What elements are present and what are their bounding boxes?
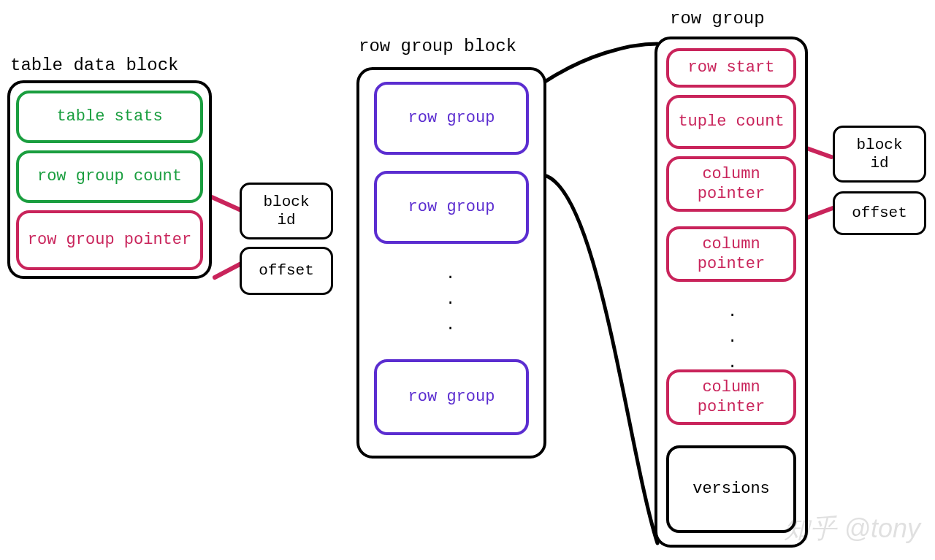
cell-versions: versions (666, 445, 796, 533)
cell-column-pointer-n: column pointer (666, 369, 796, 425)
row-group-block-dots: ... (446, 261, 455, 339)
rg-block-id: block id (833, 126, 926, 183)
row-group-dots: ... (728, 299, 737, 377)
cell-table-stats: table stats (16, 91, 203, 143)
table-data-block-title: table data block (10, 55, 178, 75)
cell-column-pointer-2: column pointer (666, 226, 796, 282)
row-group-block-container: row group row group ... row group (356, 67, 546, 459)
row-group-block-title: row group block (359, 37, 516, 56)
cell-row-group-count: row group count (16, 150, 203, 203)
tdb-offset: offset (240, 247, 333, 295)
row-group-title: row group (670, 9, 765, 28)
row-group-container: row start tuple count column pointer col… (654, 37, 808, 548)
rg-offset: offset (833, 191, 926, 235)
cell-row-group-pointer: row group pointer (16, 210, 203, 270)
table-data-block-container: table stats row group count row group po… (7, 80, 212, 279)
cell-row-start: row start (666, 48, 796, 88)
cell-tuple-count: tuple count (666, 95, 796, 149)
cell-row-group-1: row group (374, 82, 529, 155)
cell-row-group-n: row group (374, 359, 529, 435)
cell-row-group-2: row group (374, 171, 529, 244)
tdb-block-id: block id (240, 183, 333, 239)
cell-column-pointer-1: column pointer (666, 156, 796, 212)
